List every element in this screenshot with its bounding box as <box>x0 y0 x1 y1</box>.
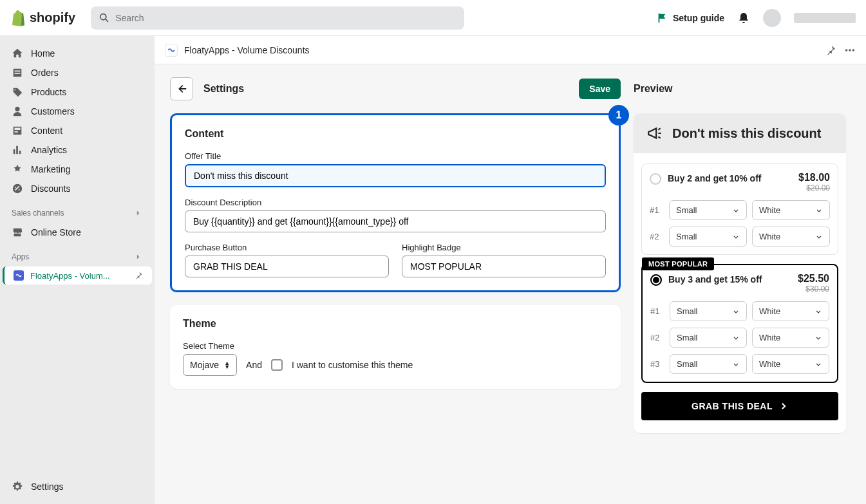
preview-header-text: Don't miss this discount <box>672 126 821 141</box>
preview-header: Don't miss this discount <box>634 113 846 153</box>
chevron-down-icon <box>732 360 740 368</box>
pin-icon[interactable] <box>825 44 836 56</box>
bell-icon[interactable] <box>737 12 750 24</box>
preview-row-index: #3 <box>650 359 664 369</box>
chevron-down-icon <box>815 207 823 214</box>
sidebar-item-marketing[interactable]: Marketing <box>0 160 155 179</box>
discount-desc-input[interactable] <box>185 210 606 232</box>
more-icon[interactable] <box>844 44 856 56</box>
preview-color-select[interactable]: White <box>752 328 829 348</box>
preview-offer[interactable]: Buy 2 and get 10% off$18.00$20.00#1Small… <box>641 163 838 255</box>
preview-size-select[interactable]: Small <box>670 328 747 348</box>
preview-row-index: #2 <box>650 232 664 241</box>
preview-cta-button[interactable]: GRAB THIS DEAL <box>641 392 838 420</box>
svg-point-2 <box>852 49 855 51</box>
preview-variant-row: #1SmallWhite <box>650 301 829 321</box>
sidebar-item-online-store[interactable]: Online Store <box>0 223 155 242</box>
chevron-right-icon <box>779 402 788 411</box>
preview-size-select[interactable]: Small <box>669 200 747 220</box>
analytics-icon <box>12 144 23 156</box>
avatar[interactable] <box>763 9 781 27</box>
select-theme-label: Select Theme <box>183 341 608 351</box>
chevron-down-icon <box>814 308 822 315</box>
apps-label: Apps <box>12 252 29 261</box>
tag-icon <box>12 86 23 98</box>
sidebar-item-discounts[interactable]: Discounts <box>0 179 155 198</box>
shopify-wordmark: shopify <box>30 10 75 25</box>
sidebar-item-orders[interactable]: Orders <box>0 63 155 82</box>
chevron-down-icon <box>814 334 822 342</box>
sidebar-item-label: Products <box>31 87 66 97</box>
preview-offer-title: Buy 3 and get 15% off <box>668 273 791 285</box>
sidebar-item-analytics[interactable]: Analytics <box>0 140 155 160</box>
pinned-app-label: FloatyApps - Volum... <box>30 271 110 281</box>
setup-guide-link[interactable]: Setup guide <box>656 12 724 24</box>
offer-title-input[interactable] <box>185 164 606 187</box>
app-title: FloatyApps - Volume Discounts <box>184 45 310 55</box>
preview-color-select[interactable]: White <box>752 301 829 321</box>
sidebar-item-products[interactable]: Products <box>0 82 155 102</box>
preview-color-select[interactable]: White <box>752 227 830 247</box>
preview-color-select[interactable]: White <box>752 200 830 220</box>
sidebar-item-settings[interactable]: Settings <box>0 477 155 496</box>
search-icon <box>99 12 110 24</box>
app-icon <box>165 44 178 57</box>
save-button[interactable]: Save <box>579 79 621 99</box>
search-box[interactable] <box>91 6 464 30</box>
preview-variant-row: #2SmallWhite <box>650 328 829 348</box>
search-input[interactable] <box>115 13 457 23</box>
preview-panel: Don't miss this discount Buy 2 and get 1… <box>634 113 846 433</box>
theme-select[interactable]: Mojave ▲▼ <box>183 354 237 376</box>
sidebar: Home Orders Products Customers Content A… <box>0 36 155 504</box>
offer-title-label: Offer Title <box>185 151 606 161</box>
sidebar-item-customers[interactable]: Customers <box>0 102 155 121</box>
customise-label: I want to customise this theme <box>292 360 413 370</box>
purchase-button-input[interactable] <box>185 256 389 277</box>
highlight-badge-input[interactable] <box>402 256 606 277</box>
chevron-down-icon <box>732 233 740 241</box>
discount-icon <box>12 183 23 194</box>
sidebar-item-home[interactable]: Home <box>0 44 155 63</box>
preview-variant-row: #2SmallWhite <box>650 227 830 247</box>
svg-point-1 <box>849 49 851 51</box>
select-arrows-icon: ▲▼ <box>224 361 230 369</box>
pin-icon[interactable] <box>134 271 143 280</box>
preview-size-select[interactable]: Small <box>669 227 747 247</box>
setup-guide-label: Setup guide <box>673 13 724 23</box>
preview-size-select[interactable]: Small <box>670 301 747 321</box>
sidebar-item-content[interactable]: Content <box>0 121 155 140</box>
preview-row-index: #1 <box>650 306 664 316</box>
sidebar-item-label: Discounts <box>31 183 70 194</box>
preview-offer-radio[interactable] <box>650 173 661 185</box>
back-button[interactable] <box>170 77 193 100</box>
apps-section[interactable]: Apps <box>0 247 155 266</box>
preview-row-index: #1 <box>650 205 664 215</box>
chevron-down-icon <box>732 207 740 214</box>
sidebar-item-label: Content <box>31 126 62 136</box>
theme-select-value: Mojave <box>190 360 219 370</box>
customise-checkbox[interactable] <box>271 359 283 371</box>
sales-channels-section[interactable]: Sales channels <box>0 203 155 223</box>
sidebar-item-pinned-app[interactable]: FloatyApps - Volum... <box>3 266 152 285</box>
sidebar-item-label: Settings <box>31 481 64 492</box>
flag-icon <box>656 12 668 24</box>
gear-icon <box>12 481 23 492</box>
preview-price-was: $30.00 <box>798 285 829 294</box>
preview-price-was: $20.00 <box>798 183 830 192</box>
chevron-down-icon <box>732 308 740 315</box>
preview-size-select[interactable]: Small <box>670 354 747 374</box>
preview-offer-radio[interactable] <box>650 274 662 286</box>
preview-offer-badge: MOST POPULAR <box>642 257 714 270</box>
sidebar-item-label: Customers <box>31 106 75 117</box>
preview-variant-row: #1SmallWhite <box>650 200 830 220</box>
shopify-logo[interactable]: shopify <box>10 10 75 26</box>
preview-color-select[interactable]: White <box>752 354 829 374</box>
chevron-down-icon <box>732 334 740 342</box>
store-icon <box>12 227 23 238</box>
preview-offer[interactable]: MOST POPULARBuy 3 and get 15% off$25.50$… <box>641 264 838 383</box>
purchase-button-label: Purchase Button <box>185 243 389 252</box>
step-badge: 1 <box>608 105 629 126</box>
content-heading: Content <box>185 128 606 140</box>
sidebar-item-label: Analytics <box>31 145 67 155</box>
orders-icon <box>12 67 23 79</box>
